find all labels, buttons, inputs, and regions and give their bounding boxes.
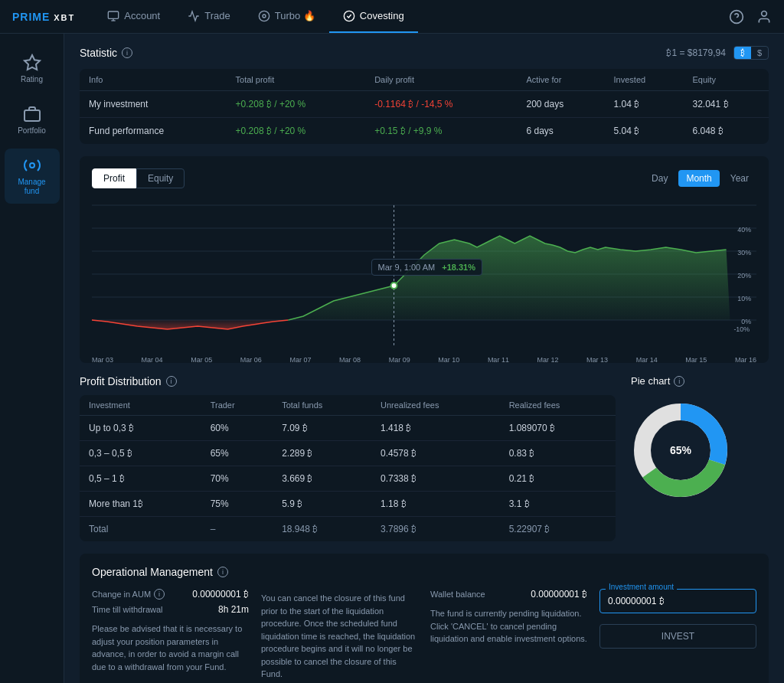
stats-cell-invested: 5.04 ₿	[605, 118, 684, 145]
time-tab-month[interactable]: Month	[678, 170, 719, 187]
svg-text:40%: 40%	[737, 226, 751, 234]
op-col-2: You can cancel the closure of this fund …	[261, 589, 418, 683]
stats-table-row: My investment +0.208 ₿ / +20 % -0.1164 ₿…	[80, 91, 769, 118]
btc-currency-btn[interactable]: ₿	[734, 47, 751, 59]
dist-cell-trader: 75%	[201, 492, 273, 517]
statistic-info-icon[interactable]: i	[122, 47, 132, 58]
chart-section: Profit Equity Day Month Year	[80, 156, 769, 363]
logo: PRIME XBT	[12, 11, 75, 23]
dist-cell-total-funds: 3.669 ₿	[273, 466, 371, 492]
op-col-1: Change in AUM i 0.00000001 ₿ Time till w…	[92, 589, 249, 683]
svg-text:10%: 10%	[737, 295, 751, 302]
svg-text:30%: 30%	[737, 249, 751, 257]
stats-cell-active-for: 6 days	[517, 118, 604, 145]
dist-cell-total-funds: 5.9 ₿	[273, 492, 371, 517]
dist-table-row: Total – 18.948 ₿ 3.7896 ₿ 5.22907 ₿	[80, 517, 616, 542]
chart-tab-equity[interactable]: Equity	[136, 168, 185, 188]
top-nav: PRIME XBT Account Trade Turbo 🔥 Covestin…	[0, 0, 784, 34]
profit-distribution-row: Profit Distribution i Investment Trader …	[80, 375, 769, 541]
dist-cell-realized: 5.22907 ₿	[500, 517, 616, 542]
svg-text:20%: 20%	[737, 272, 751, 279]
dist-cell-investment: 0,5 – 1 ₿	[80, 466, 201, 492]
star-icon	[23, 54, 41, 72]
user-icon[interactable]	[756, 9, 772, 25]
dist-cell-investment: Total	[80, 517, 201, 542]
sidebar-item-manage-fund[interactable]: Manage fund	[5, 149, 60, 204]
svg-text:-10%: -10%	[733, 325, 750, 333]
dist-table-row: 0,5 – 1 ₿ 70% 3.669 ₿ 0.7338 ₿ 0.21 ₿	[80, 466, 616, 492]
nav-account[interactable]: Account	[93, 0, 174, 33]
help-icon[interactable]	[729, 9, 744, 25]
statistic-title: Statistic i	[80, 47, 132, 59]
svg-point-25	[391, 283, 397, 289]
dist-cell-trader: 65%	[201, 441, 273, 466]
change-aum-info-icon[interactable]: i	[154, 589, 165, 600]
main-layout: Rating Portfolio Manage fund Statistic i	[0, 34, 784, 683]
currency-toggle: ₿ $	[733, 46, 769, 60]
svg-point-11	[30, 163, 34, 168]
dist-header-realized: Realized fees	[500, 395, 616, 416]
turbo-icon	[258, 10, 270, 22]
donut-svg: 65%	[631, 400, 730, 500]
dist-cell-unrealized: 1.18 ₿	[371, 492, 500, 517]
change-aum-label: Change in AUM i	[92, 589, 165, 600]
sidebar-item-rating[interactable]: Rating	[5, 46, 60, 91]
chart-svg: 0% 10% 20% 30% 40% -10%	[92, 198, 756, 351]
op-info-icon[interactable]: i	[217, 567, 228, 577]
dist-header-total-funds: Total funds	[273, 395, 371, 416]
investment-amount-input[interactable]	[599, 589, 756, 613]
btc-rate: ₿1 = $8179,94	[666, 47, 725, 58]
portfolio-icon	[23, 105, 41, 123]
dist-cell-total-funds: 2.289 ₿	[273, 441, 371, 466]
dist-cell-realized: 0.21 ₿	[500, 466, 616, 492]
trade-icon	[188, 10, 200, 22]
op-title: Operational Management i	[92, 566, 756, 578]
pie-chart-header: Pie chart i	[631, 375, 684, 387]
pie-chart-info-icon[interactable]: i	[674, 376, 684, 387]
chart-x-labels: Mar 03 Mar 04 Mar 05 Mar 06 Mar 07 Mar 0…	[92, 356, 756, 364]
sidebar-item-portfolio[interactable]: Portfolio	[5, 97, 60, 142]
stats-cell-info: Fund performance	[80, 118, 227, 145]
stats-cell-invested: 1.04 ₿	[605, 91, 684, 118]
op-col-3: Wallet balance 0.00000001 ₿ The fund is …	[430, 589, 587, 683]
op-col2-desc: You can cancel the closure of this fund …	[261, 592, 418, 681]
time-tab-day[interactable]: Day	[644, 170, 675, 187]
nav-turbo[interactable]: Turbo 🔥	[244, 0, 329, 33]
nav-trade[interactable]: Trade	[174, 0, 243, 33]
dist-header-trader: Trader	[201, 395, 273, 416]
stats-cell-daily-profit: -0.1164 ₿ / -14,5 %	[365, 91, 517, 118]
stats-header-total-profit: Total profit	[227, 69, 366, 91]
stats-header-active-for: Active for	[517, 69, 604, 91]
dist-cell-unrealized: 1.418 ₿	[371, 416, 500, 441]
operational-management: Operational Management i Change in AUM i…	[80, 554, 769, 683]
profit-dist-info-icon[interactable]: i	[166, 376, 177, 387]
statistic-header: Statistic i ₿1 = $8179,94 ₿ $	[80, 46, 769, 60]
withdrawal-label: Time till withdrawal	[92, 605, 163, 614]
nav-right	[729, 9, 772, 25]
invest-button[interactable]: INVEST	[599, 624, 756, 649]
stats-table-row: Fund performance +0.208 ₿ / +20 % +0.15 …	[80, 118, 769, 145]
currency-controls: ₿1 = $8179,94 ₿ $	[666, 46, 769, 60]
stats-table: Info Total profit Daily profit Active fo…	[80, 69, 769, 144]
dist-cell-total-funds: 18.948 ₿	[273, 517, 371, 542]
nav-covesting[interactable]: Covesting	[329, 0, 418, 33]
op-col-4: Investment amount INVEST	[599, 589, 756, 683]
dist-cell-investment: More than 1₿	[80, 492, 201, 517]
dist-cell-realized: 0.83 ₿	[500, 441, 616, 466]
time-tab-year[interactable]: Year	[723, 170, 756, 187]
svg-text:0%: 0%	[741, 318, 751, 325]
dist-cell-unrealized: 3.7896 ₿	[371, 517, 500, 542]
svg-rect-0	[109, 11, 119, 18]
stats-header-invested: Invested	[605, 69, 684, 91]
nav-items: Account Trade Turbo 🔥 Covesting	[93, 0, 417, 33]
withdrawal-value: 8h 21m	[218, 604, 249, 615]
change-aum-value: 0.00000001 ₿	[192, 589, 249, 600]
profit-dist-table: Investment Trader Total funds Unrealized…	[80, 395, 616, 541]
investment-amount-container: Investment amount	[599, 589, 756, 613]
usd-currency-btn[interactable]: $	[751, 47, 768, 59]
chart-tab-profit[interactable]: Profit	[92, 168, 136, 188]
dist-table-row: 0,3 – 0,5 ₿ 65% 2.289 ₿ 0.4578 ₿ 0.83 ₿	[80, 441, 616, 466]
stats-cell-total-profit: +0.208 ₿ / +20 %	[227, 118, 366, 145]
svg-text:65%: 65%	[670, 444, 692, 456]
dist-cell-total-funds: 7.09 ₿	[273, 416, 371, 441]
